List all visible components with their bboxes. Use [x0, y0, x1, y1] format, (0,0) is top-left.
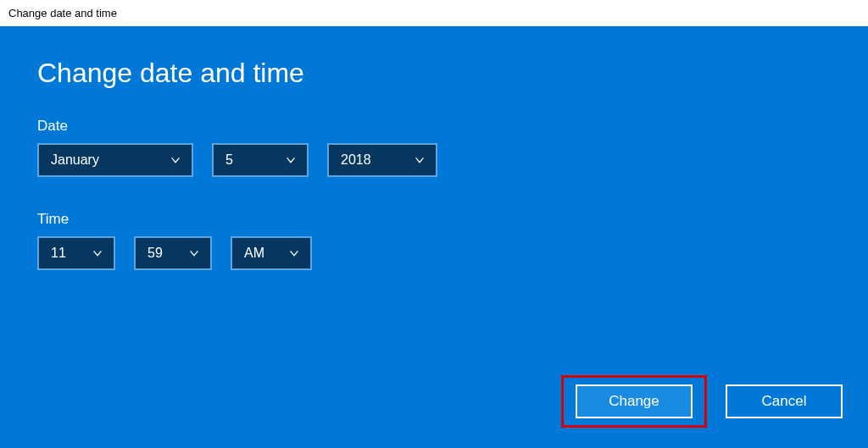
cancel-button[interactable]: Cancel: [726, 384, 843, 418]
time-row: 11 59 AM: [37, 236, 831, 270]
date-label: Date: [37, 118, 831, 135]
titlebar: Change date and time: [0, 0, 868, 27]
date-row: January 5 2018: [37, 143, 831, 177]
minute-value: 59: [147, 246, 163, 261]
chevron-down-icon: [188, 247, 200, 259]
month-dropdown[interactable]: January: [37, 143, 193, 177]
year-value: 2018: [341, 152, 371, 168]
day-value: 5: [225, 152, 233, 168]
minute-dropdown[interactable]: 59: [134, 236, 212, 270]
page-heading: Change date and time: [37, 58, 831, 89]
change-button[interactable]: Change: [576, 384, 693, 418]
hour-value: 11: [51, 246, 66, 261]
chevron-down-icon: [170, 154, 181, 166]
ampm-dropdown[interactable]: AM: [231, 236, 312, 270]
hour-dropdown[interactable]: 11: [37, 236, 115, 270]
month-value: January: [51, 152, 99, 168]
chevron-down-icon: [285, 154, 297, 166]
year-dropdown[interactable]: 2018: [327, 143, 437, 177]
ampm-value: AM: [244, 246, 264, 261]
window-title: Change date and time: [8, 7, 117, 19]
dialog-content: Change date and time Date January 5 2018…: [0, 27, 868, 448]
day-dropdown[interactable]: 5: [212, 143, 309, 177]
button-row: Change Cancel: [561, 375, 843, 428]
chevron-down-icon: [92, 247, 103, 259]
highlight-annotation: Change: [561, 375, 707, 428]
chevron-down-icon: [414, 154, 426, 166]
time-label: Time: [37, 211, 831, 228]
chevron-down-icon: [288, 247, 300, 259]
